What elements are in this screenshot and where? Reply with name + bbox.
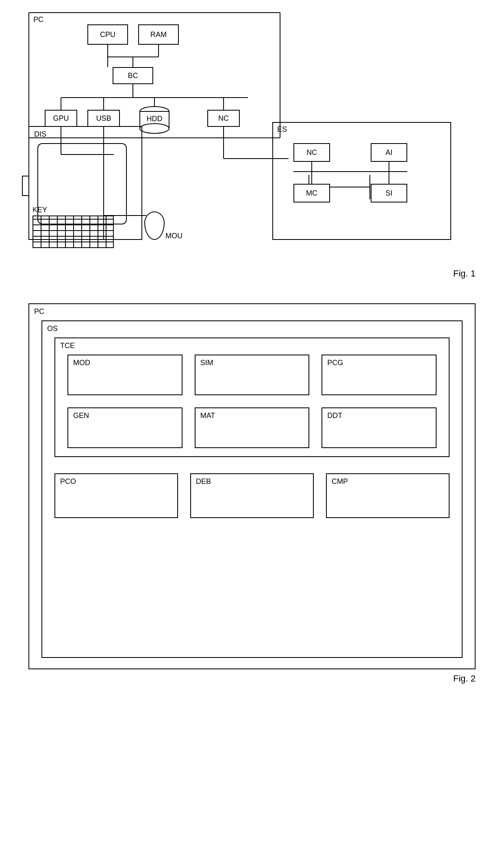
page: PC CPU RAM BC GPU USB (0, 0, 504, 860)
usb-label: USB (96, 114, 111, 123)
mc-label: MC (306, 189, 317, 198)
mc-box: MC (293, 184, 330, 202)
tce-label: TCE (60, 342, 75, 350)
si-label: SI (385, 189, 392, 198)
gpu-box: GPU (45, 110, 77, 127)
fig1-area: PC CPU RAM BC GPU USB (28, 12, 476, 264)
fig2-area: PC OS TCE MOD S (28, 303, 476, 669)
hdd-label: HDD (138, 115, 171, 123)
tce-box: TCE MOD SIM PCG (54, 337, 450, 457)
nc-pc-label: NC (218, 114, 229, 123)
dis-label: DIS (34, 130, 46, 139)
ddt-label: DDT (327, 411, 342, 420)
ram-box: RAM (138, 24, 179, 45)
deb-label: DEB (196, 477, 211, 486)
os-box: OS TCE MOD SIM (41, 320, 463, 658)
pco-label: PCO (60, 477, 76, 486)
gen-label: GEN (73, 411, 89, 420)
mou-label: MOU (165, 232, 182, 240)
sim-label: SIM (200, 359, 213, 367)
cpu-box: CPU (87, 24, 128, 45)
pc2-box: PC OS TCE MOD S (28, 303, 476, 669)
nc-pc-box: NC (207, 110, 240, 127)
mat-label: MAT (200, 411, 215, 420)
usb-box: USB (87, 110, 120, 127)
dis-tab (22, 176, 29, 196)
ram-label: RAM (150, 30, 167, 39)
mouse-shape (144, 211, 165, 240)
pcg-box: PCG (322, 355, 437, 395)
os-label: OS (47, 324, 58, 333)
cmp-box: CMP (326, 473, 450, 518)
os-module-grid: PCO DEB CMP (54, 473, 450, 518)
es-box: ES NC AI (272, 122, 451, 240)
hdd-box: HDD (138, 106, 171, 134)
mod-label: MOD (73, 359, 90, 367)
ddt-box: DDT (322, 407, 437, 448)
mouse-area: MOU (144, 211, 165, 240)
mat-box: MAT (195, 407, 310, 448)
si-box: SI (371, 184, 407, 202)
gpu-label: GPU (53, 114, 69, 123)
cmp-label: CMP (332, 477, 348, 486)
dis-screen (37, 143, 127, 224)
gen-box: GEN (67, 407, 182, 448)
bc-box: BC (113, 67, 153, 84)
fig2-caption: Fig. 2 (28, 673, 476, 684)
cpu-label: CPU (100, 30, 115, 39)
mod-box: MOD (67, 355, 182, 395)
svg-point-23 (140, 124, 169, 133)
keyboard-box: KEY (33, 216, 114, 248)
sim-box: SIM (195, 355, 310, 395)
fig1-container: PC CPU RAM BC GPU USB (28, 12, 476, 279)
deb-box: DEB (190, 473, 314, 518)
key-label: KEY (33, 206, 47, 214)
key-grid (33, 216, 114, 248)
tce-module-grid: MOD SIM PCG GEN (67, 355, 437, 448)
pc2-label: PC (34, 307, 44, 316)
fig2-container: PC OS TCE MOD S (28, 303, 476, 684)
fig1-caption: Fig. 1 (28, 268, 476, 279)
pcg-label: PCG (327, 359, 343, 367)
pc-label: PC (33, 15, 43, 24)
bc-label: BC (128, 72, 138, 80)
es-internal-svg (273, 123, 450, 239)
pco-box: PCO (54, 473, 178, 518)
